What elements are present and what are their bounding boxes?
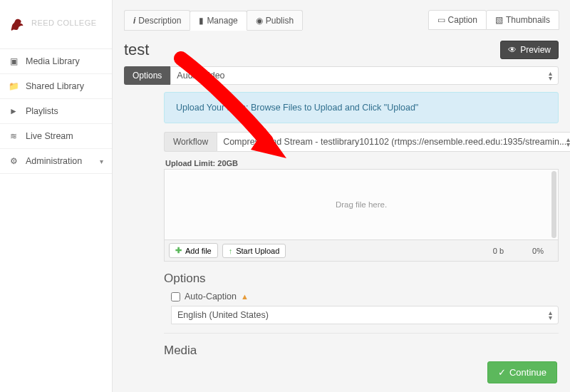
button-label: Continue	[509, 367, 546, 378]
dropzone-text: Drag file here.	[336, 200, 387, 209]
tab-label: Manage	[207, 16, 237, 26]
checkbox-label: Auto-Caption	[185, 292, 237, 301]
workflow-row: Workflow Compress And Stream - testlibra…	[164, 132, 559, 152]
sidebar-item-label: Live Stream	[26, 131, 73, 141]
tab-manage[interactable]: ▮ Manage	[190, 11, 247, 31]
left-tabs: i Description ▮ Manage ◉ Publish	[124, 10, 302, 31]
sidebar-nav: ▣ Media Library 📁 Shared Library ► Playl…	[0, 49, 112, 174]
right-tabs: ▭ Caption ▧ Thumbnails	[428, 10, 559, 30]
up-arrow-icon: ↑	[229, 247, 233, 255]
upload-banner: Upload Your Files: Browse Files to Uploa…	[164, 92, 559, 123]
main-content: i Description ▮ Manage ◉ Publish ▭ Capti…	[113, 0, 570, 392]
wifi-icon: ≋	[9, 131, 19, 141]
eye-icon: 👁	[508, 45, 517, 55]
media-heading: Media	[164, 344, 559, 358]
options-heading: Options	[164, 272, 559, 286]
title-row: test 👁 Preview	[124, 41, 559, 59]
brand-logo: REED COLLEGE	[0, 0, 112, 49]
tabs-row: i Description ▮ Manage ◉ Publish ▭ Capti…	[124, 10, 559, 31]
tab-label: Description	[138, 16, 181, 26]
folder-icon: 📁	[9, 81, 19, 91]
sidebar-item-administration[interactable]: ⚙ Administration ▾	[0, 149, 112, 174]
warning-icon: ▲	[241, 292, 249, 301]
upload-panel: Upload Your Files: Browse Files to Uploa…	[164, 92, 559, 358]
auto-caption-row: Auto-Caption ▲	[171, 292, 559, 301]
upload-size: 0 b	[493, 247, 504, 255]
button-label: Add file	[185, 247, 212, 255]
divider	[164, 333, 559, 334]
sidebar: REED COLLEGE ▣ Media Library 📁 Shared Li…	[0, 0, 113, 392]
tab-description[interactable]: i Description	[124, 10, 190, 30]
cc-icon: ▭	[437, 15, 445, 25]
select-value: Audio/Video	[177, 71, 224, 81]
options-label: Options	[124, 66, 170, 85]
page-title: test	[124, 41, 149, 59]
footer: ✓ Continue	[487, 361, 557, 383]
sidebar-item-shared-library[interactable]: 📁 Shared Library	[0, 74, 112, 99]
plus-icon: ✚	[175, 246, 182, 255]
brand-name: REED COLLEGE	[31, 19, 97, 27]
upload-toolbar: ✚ Add file ↑ Start Upload 0 b 0%	[164, 240, 559, 262]
upload-stats: 0 b 0%	[493, 247, 554, 255]
button-label: Start Upload	[236, 247, 279, 255]
language-select[interactable]: English (United States) ▴▾	[171, 306, 559, 324]
sidebar-item-media-library[interactable]: ▣ Media Library	[0, 49, 112, 74]
auto-caption-checkbox[interactable]	[171, 292, 180, 301]
add-file-button[interactable]: ✚ Add file	[169, 243, 218, 258]
sidebar-item-playlists[interactable]: ► Playlists	[0, 99, 112, 124]
tab-label: Thumbnails	[506, 15, 550, 25]
sidebar-item-label: Media Library	[26, 56, 80, 66]
file-icon: ▮	[199, 16, 204, 26]
button-label: Preview	[520, 45, 551, 55]
griffin-icon	[7, 13, 27, 33]
workflow-label: Workflow	[164, 132, 217, 152]
tab-caption[interactable]: ▭ Caption	[428, 10, 487, 30]
check-icon: ✓	[498, 367, 506, 378]
gears-icon: ⚙	[9, 156, 19, 166]
select-arrows-icon: ▴▾	[549, 71, 552, 81]
info-icon: i	[133, 16, 135, 26]
sidebar-item-label: Administration	[26, 156, 82, 166]
upload-percent: 0%	[532, 247, 544, 255]
options-type-row: Options Audio/Video ▴▾	[124, 66, 559, 85]
tab-thumbnails[interactable]: ▧ Thumbnails	[486, 10, 559, 30]
tab-label: Publish	[266, 16, 294, 26]
media-type-select[interactable]: Audio/Video ▴▾	[170, 66, 559, 85]
file-dropzone[interactable]: Drag file here.	[164, 169, 559, 240]
sidebar-item-label: Shared Library	[26, 81, 84, 91]
tab-label: Caption	[448, 15, 477, 25]
image-icon: ▧	[495, 15, 503, 25]
select-arrows-icon: ▴▾	[549, 310, 552, 320]
select-value: Compress And Stream - testlibrary101102 …	[223, 137, 566, 147]
play-icon: ►	[9, 106, 19, 116]
video-icon: ▣	[9, 56, 19, 66]
chevron-down-icon: ▾	[100, 158, 103, 165]
preview-button[interactable]: 👁 Preview	[500, 41, 559, 59]
continue-button[interactable]: ✓ Continue	[487, 361, 557, 383]
select-value: English (United States)	[177, 310, 269, 320]
sidebar-item-label: Playlists	[26, 106, 58, 116]
sidebar-item-live-stream[interactable]: ≋ Live Stream	[0, 124, 112, 149]
workflow-select[interactable]: Compress And Stream - testlibrary101102 …	[217, 132, 570, 152]
globe-icon: ◉	[256, 16, 263, 26]
tab-publish[interactable]: ◉ Publish	[247, 10, 303, 30]
select-arrows-icon: ▴▾	[566, 137, 570, 147]
start-upload-button[interactable]: ↑ Start Upload	[222, 244, 286, 258]
upload-limit: Upload Limit: 20GB	[165, 159, 559, 167]
